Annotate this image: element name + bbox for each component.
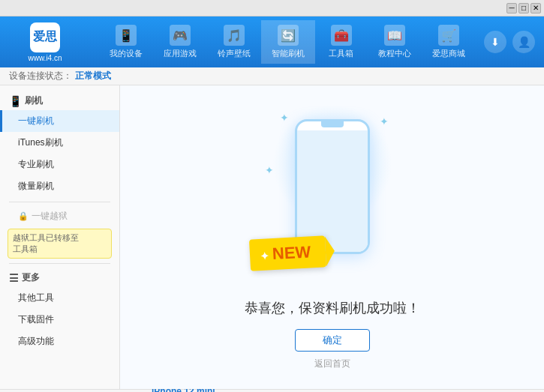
sidebar-item-advanced[interactable]: 高级功能 [0,331,119,352]
header: 爱思 www.i4.cn 📱 我的设备 🎮 应用游戏 🎵 铃声壁纸 🔄 智能刷机… [0,16,544,67]
ringtones-icon: 🎵 [224,25,245,46]
status-bar: 设备连接状态： 正常模式 [0,67,544,85]
smart-flash-icon: 🔄 [278,25,299,46]
phone-illustration: ✦ ✦ ✦ NEW [257,104,407,284]
sidebar-item-other-tools[interactable]: 其他工具 [0,287,119,309]
nav-label-apps-games: 应用游戏 [164,48,197,59]
logo-url: www.i4.cn [28,54,62,62]
content-area: ✦ ✦ ✦ NEW 恭喜您，保资料刷机成功啦！ 确定 返回首页 [120,85,544,389]
lock-icon: 🔒 [18,211,29,221]
nav-label-smart-flash: 智能刷机 [272,48,305,59]
minimize-button[interactable]: ─ [506,3,517,13]
apps-games-icon: 🎮 [170,25,191,46]
main-body: 📱 刷机 一键刷机 iTunes刷机 专业刷机 微量刷机 🔒 一键越狱 越狱工具… [0,85,544,389]
nav-item-smart-flash[interactable]: 🔄 智能刷机 [261,20,315,64]
nav-item-tutorials[interactable]: 📖 教程中心 [368,20,422,64]
status-value: 正常模式 [75,70,111,82]
toolbox-icon: 🧰 [331,25,352,46]
sidebar-section-flash: 📱 刷机 [0,91,119,110]
sidebar-section-jailbreak: 🔒 一键越狱 [0,207,119,226]
sidebar-item-itunes-flash[interactable]: iTunes刷机 [0,132,119,154]
sidebar-item-pro-flash[interactable]: 专业刷机 [0,154,119,175]
nav-right: ⬇ 👤 [484,31,544,53]
sidebar-section-more: ☰ 更多 [0,268,119,287]
sidebar-divider-2 [9,263,110,264]
nav-label-ringtones: 铃声壁纸 [218,48,251,59]
my-device-icon: 📱 [116,25,137,46]
maximize-button[interactable]: □ [518,3,529,13]
jailbreak-label: 一键越狱 [32,210,68,223]
flash-section-label: 刷机 [25,94,43,107]
phone-notch [321,121,344,127]
sidebar-divider-1 [9,202,110,202]
nav-item-apps-games[interactable]: 🎮 应用游戏 [153,20,207,64]
sidebar-item-download-firmware[interactable]: 下载固件 [0,309,119,331]
nav-label-toolbox: 工具箱 [329,48,353,59]
star-2: ✦ [380,115,389,127]
nav-item-my-device[interactable]: 📱 我的设备 [99,20,153,64]
nav-label-my-device: 我的设备 [110,48,143,59]
more-section-label: 更多 [22,271,40,284]
nav-label-tutorials: 教程中心 [378,48,411,59]
close-button[interactable]: ✕ [530,3,541,13]
user-button[interactable]: 👤 [512,31,535,53]
success-text: 恭喜您，保资料刷机成功啦！ [245,299,420,317]
bottom-bar: 自动断连 跳过向导 📱 iPhone 12 mini 64GB Down-12m… [0,389,544,392]
nav-item-toolbox[interactable]: 🧰 工具箱 [315,20,368,64]
more-section-icon: ☰ [9,272,19,284]
nav-items: 📱 我的设备 🎮 应用游戏 🎵 铃声壁纸 🔄 智能刷机 🧰 工具箱 📖 教程中心… [90,20,484,64]
nav-item-shop[interactable]: 🛒 爱思商城 [422,20,476,64]
new-badge-text: NEW [272,242,311,263]
title-bar: ─ □ ✕ [0,0,544,16]
logo-icon[interactable]: 爱思 [30,22,60,52]
sidebar-item-one-key-flash[interactable]: 一键刷机 [0,110,119,132]
download-button[interactable]: ⬇ [484,31,506,53]
sidebar: 📱 刷机 一键刷机 iTunes刷机 专业刷机 微量刷机 🔒 一键越狱 越狱工具… [0,85,120,389]
sidebar-item-wipe-flash[interactable]: 微量刷机 [0,175,119,197]
logo-text: 爱思 [33,29,57,45]
star-3: ✦ [265,164,274,176]
nav-label-shop: 爱思商城 [432,48,465,59]
new-ribbon: NEW [248,235,326,271]
flash-section-icon: 📱 [9,95,22,107]
nav-item-ringtones[interactable]: 🎵 铃声壁纸 [207,20,261,64]
confirm-button[interactable]: 确定 [295,329,370,352]
shop-icon: 🛒 [438,25,459,46]
jailbreak-notice: 越狱工具已转移至工具箱 [8,229,112,259]
tutorials-icon: 📖 [384,25,405,46]
phone-body [295,119,370,254]
star-1: ✦ [280,112,289,124]
ribbon-arrow [325,236,335,267]
status-label: 设备连接状态： [9,70,72,82]
comeback-link[interactable]: 返回首页 [314,358,350,370]
logo-area: 爱思 www.i4.cn [0,22,90,62]
